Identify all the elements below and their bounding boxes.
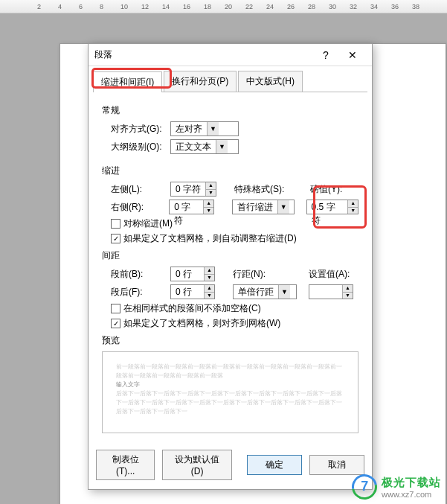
ruler-tick: 12 (141, 3, 149, 10)
help-button[interactable]: ? (312, 49, 339, 61)
ruler-tick: 16 (183, 3, 190, 10)
outline-label: 大纲级别(O): (102, 141, 166, 153)
before-spinner[interactable]: 0 行 ▲▼ (170, 267, 215, 281)
ruler-tick: 22 (245, 3, 253, 10)
default-button[interactable]: 设为默认值(D) (162, 450, 232, 480)
after-label: 段后(F): (102, 286, 166, 299)
line-value: 单倍行距 (234, 286, 278, 299)
down-icon[interactable]: ▼ (343, 293, 353, 299)
ruler: 2468101214161820222426283032343638 (0, 0, 447, 13)
at-spinner[interactable]: ▲▼ (309, 284, 353, 299)
ruler-tick: 30 (329, 3, 336, 10)
ruler-tick: 36 (391, 3, 399, 10)
ruler-tick: 18 (204, 3, 211, 10)
watermark-name: 极光下载站 (382, 476, 441, 490)
special-combo[interactable]: 首行缩进 ▼ (232, 200, 295, 214)
ruler-tick: 38 (412, 3, 419, 10)
outline-combo[interactable]: 正文文本 ▼ (170, 139, 239, 154)
outline-value: 正文文本 (171, 141, 216, 153)
nospace-label: 在相同样式的段落间不添加空格(C) (123, 302, 261, 315)
ruler-tick: 28 (308, 3, 315, 10)
left-indent-spinner[interactable]: 0 字符 ▲▼ (170, 182, 216, 197)
by-spinner[interactable]: 0.5 字符 ▲▼ (306, 200, 358, 214)
up-icon[interactable]: ▲ (206, 182, 216, 190)
preview-sample: 输入文字 (116, 381, 140, 388)
ruler-tick: 34 (370, 3, 378, 10)
chevron-down-icon: ▼ (207, 122, 219, 135)
ruler-tick: 20 (225, 3, 232, 10)
special-label: 特殊格式(S): (234, 183, 291, 196)
tab-content: 常规 对齐方式(G): 左对齐 ▼ 大纲级别(O): 正文文本 ▼ 缩进 左侧(… (93, 92, 367, 444)
section-general: 常规 (102, 104, 358, 117)
section-preview: 预览 (102, 334, 358, 347)
preview-box: 前一段落前一段落前一段落前一段落前一段落前一段落前一段落前一段落前一段落前一段落… (102, 351, 358, 433)
down-icon[interactable]: ▼ (205, 275, 214, 281)
auto-adjust-checkbox[interactable] (111, 234, 120, 243)
right-indent-spinner[interactable]: 0 字符 ▲▼ (169, 200, 214, 214)
by-label: 磅值(Y): (310, 183, 355, 196)
ruler-tick: 8 (100, 3, 103, 10)
at-value (309, 285, 342, 299)
special-value: 首行缩进 (233, 201, 277, 214)
close-button[interactable]: ✕ (339, 49, 366, 61)
right-indent-value: 0 字符 (170, 200, 203, 214)
left-indent-value: 0 字符 (171, 182, 205, 196)
tabs-button[interactable]: 制表位(T)... (96, 450, 155, 480)
up-icon[interactable]: ▲ (204, 200, 213, 208)
snap-label: 如果定义了文档网格，则对齐到网格(W) (123, 317, 280, 330)
line-combo[interactable]: 单倍行距 ▼ (233, 284, 297, 299)
dialog-title: 段落 (94, 48, 312, 61)
right-indent-label: 右侧(R): (102, 201, 164, 214)
button-bar: 制表位(T)... 设为默认值(D) 确定 取消 (89, 444, 372, 489)
auto-adjust-label: 如果定义了文档网格，则自动调整右缩进(D) (123, 232, 297, 245)
watermark-logo-icon (347, 469, 382, 504)
titlebar: 段落 ? ✕ (89, 44, 372, 66)
up-icon[interactable]: ▲ (343, 285, 353, 293)
chevron-down-icon: ▼ (216, 140, 228, 153)
ruler-tick: 2 (37, 3, 41, 10)
ruler-tick: 24 (266, 3, 274, 10)
tabstrip: 缩进和间距(I) 换行和分页(P) 中文版式(H) (89, 66, 372, 92)
after-spinner[interactable]: 0 行 ▲▼ (170, 284, 215, 299)
watermark: 极光下载站 www.xz7.com (352, 474, 441, 500)
tab-line-page[interactable]: 换行和分页(P) (164, 71, 237, 92)
watermark-url: www.xz7.com (382, 490, 441, 499)
by-value: 0.5 字符 (307, 200, 348, 214)
down-icon[interactable]: ▼ (206, 190, 216, 197)
sym-indent-checkbox[interactable] (111, 219, 120, 229)
sym-indent-label: 对称缩进(M) (123, 217, 173, 230)
tab-indent-spacing[interactable]: 缩进和间距(I) (93, 71, 162, 92)
down-icon[interactable]: ▼ (348, 208, 358, 214)
ok-button[interactable]: 确定 (247, 455, 302, 475)
cancel-button[interactable]: 取消 (309, 455, 364, 475)
ruler-tick: 4 (58, 3, 62, 10)
align-combo[interactable]: 左对齐 ▼ (170, 121, 239, 136)
ruler-tick: 26 (287, 3, 295, 10)
nospace-checkbox[interactable] (111, 304, 120, 313)
down-icon[interactable]: ▼ (205, 293, 214, 299)
section-indent: 缩进 (102, 165, 358, 177)
before-label: 段前(B): (102, 268, 166, 281)
ruler-tick: 6 (79, 3, 83, 10)
align-label: 对齐方式(G): (102, 123, 166, 135)
up-icon[interactable]: ▲ (205, 267, 214, 275)
ruler-tick: 32 (350, 3, 357, 10)
ruler-tick: 10 (120, 3, 128, 10)
up-icon[interactable]: ▲ (348, 200, 358, 208)
down-icon[interactable]: ▼ (204, 208, 213, 214)
snap-checkbox[interactable] (111, 319, 120, 328)
line-label: 行距(N): (233, 268, 289, 281)
paragraph-dialog: 段落 ? ✕ 缩进和间距(I) 换行和分页(P) 中文版式(H) 常规 对齐方式… (88, 43, 373, 490)
section-spacing: 间距 (102, 249, 358, 262)
ruler-tick: 14 (162, 3, 170, 10)
align-value: 左对齐 (171, 123, 207, 135)
after-value: 0 行 (171, 285, 204, 299)
chevron-down-icon: ▼ (277, 200, 289, 214)
tab-chinese[interactable]: 中文版式(H) (238, 71, 303, 92)
chevron-down-icon: ▼ (278, 285, 290, 299)
left-indent-label: 左侧(L): (102, 183, 166, 196)
before-value: 0 行 (171, 267, 204, 281)
up-icon[interactable]: ▲ (205, 285, 214, 293)
at-label: 设置值(A): (309, 268, 353, 281)
